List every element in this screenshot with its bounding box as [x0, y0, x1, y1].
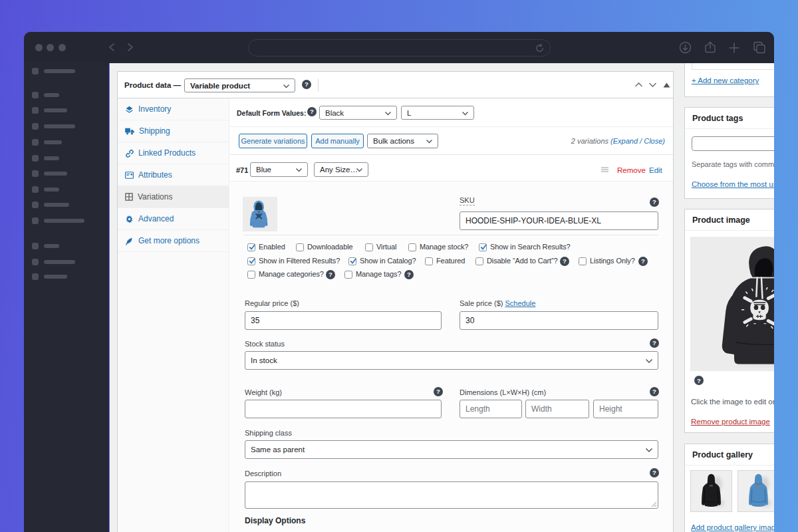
svg-text:?: ?	[697, 377, 701, 384]
